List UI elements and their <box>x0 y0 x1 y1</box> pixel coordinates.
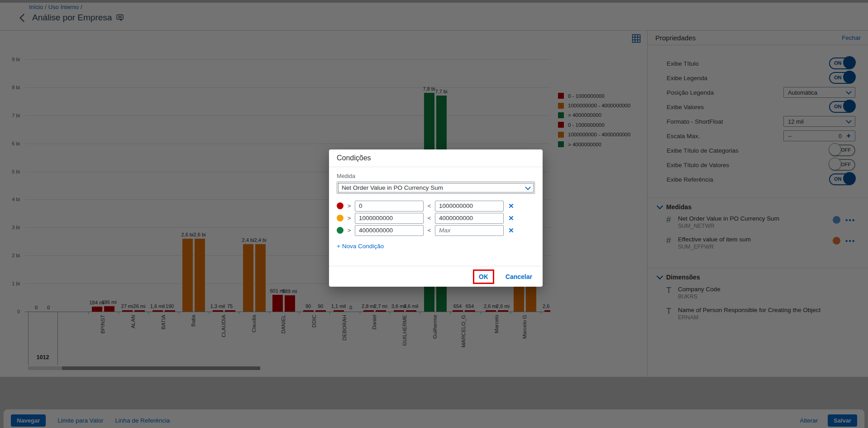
cancel-button[interactable]: Cancelar <box>503 273 535 281</box>
app-window: Início/Uso Interno/ Análise por Empresa … <box>0 0 868 428</box>
delete-condition-icon[interactable]: ✕ <box>508 214 514 222</box>
greater-than-operator: > <box>347 215 351 221</box>
measure-select-value: Net Order Value in PO Currency Sum <box>342 184 443 191</box>
dialog-title: Condições <box>329 149 543 167</box>
condition-from-input[interactable] <box>355 225 424 236</box>
less-than-operator: < <box>427 202 431 209</box>
greater-than-operator: > <box>347 227 351 234</box>
condition-to-input[interactable] <box>435 201 504 212</box>
condition-color-dot <box>337 215 343 221</box>
measure-field-label: Medida <box>337 173 535 179</box>
condition-color-dot <box>337 202 343 209</box>
condition-row: ><✕ <box>337 224 535 236</box>
add-condition-link[interactable]: + Nova Condição <box>337 243 384 250</box>
condition-row: ><✕ <box>337 200 535 212</box>
condition-to-input[interactable] <box>435 213 504 224</box>
delete-condition-icon[interactable]: ✕ <box>508 202 514 210</box>
less-than-operator: < <box>427 215 431 221</box>
condition-color-dot <box>337 227 343 234</box>
greater-than-operator: > <box>347 202 351 209</box>
less-than-operator: < <box>427 227 431 234</box>
condition-row: ><✕ <box>337 212 535 224</box>
measure-select[interactable]: Net Order Value in PO Currency Sum <box>337 182 535 194</box>
delete-condition-icon[interactable]: ✕ <box>508 226 514 235</box>
ok-button-label: OK <box>479 273 488 280</box>
chevron-down-icon <box>525 184 531 190</box>
conditions-dialog: Condições Medida Net Order Value in PO C… <box>329 149 543 287</box>
condition-from-input[interactable] <box>355 201 424 212</box>
condition-to-input[interactable] <box>435 225 504 236</box>
condition-from-input[interactable] <box>355 213 424 224</box>
ok-button[interactable]: OK <box>475 271 492 283</box>
